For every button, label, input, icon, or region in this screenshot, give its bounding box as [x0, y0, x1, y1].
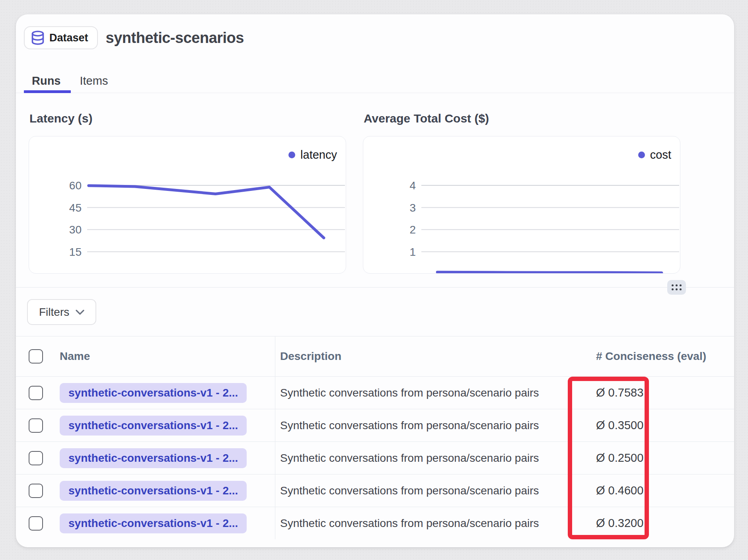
runs-table: Name Description # Conciseness (eval) sy…: [16, 336, 734, 547]
cost-legend: cost: [638, 148, 671, 161]
tab-bar: Runs Items: [16, 69, 734, 93]
row-checkbox[interactable]: [29, 484, 43, 498]
tab-items[interactable]: Items: [80, 69, 108, 93]
latency-legend: latency: [288, 148, 337, 161]
header-checkbox-cell: [16, 349, 60, 364]
svg-text:30: 30: [69, 224, 82, 236]
cost-chart-panel: Average Total Cost ($) 4321 cost: [363, 111, 680, 274]
table-row: synthetic-conversations-v1 - 2... Synthe…: [16, 376, 734, 409]
cost-chart-card: 4321 cost: [363, 136, 680, 274]
svg-text:4: 4: [409, 179, 416, 192]
latency-chart-card: 60453015 latency: [29, 136, 346, 274]
run-description: Synthetic conversations from persona/sce…: [280, 419, 539, 432]
conciseness-value: Ø 0.7583: [596, 386, 643, 399]
select-all-checkbox[interactable]: [29, 349, 43, 364]
cost-legend-dot: [638, 152, 645, 158]
filters-button-label: Filters: [39, 306, 69, 319]
table-row: synthetic-conversations-v1 - 2... Synthe…: [16, 441, 734, 474]
table-row: synthetic-conversations-v1 - 2... Synthe…: [16, 507, 734, 539]
badge-label: Dataset: [49, 32, 88, 44]
header-description-cell: Description: [275, 350, 596, 363]
run-description: Synthetic conversations from persona/sce…: [280, 484, 539, 497]
run-name-link[interactable]: synthetic-conversations-v1 - 2...: [60, 513, 247, 533]
latency-chart-panel: Latency (s) 60453015 latency: [29, 111, 346, 274]
column-header-description: Description: [280, 350, 341, 362]
conciseness-value: Ø 0.2500: [596, 451, 643, 464]
svg-text:1: 1: [409, 246, 416, 258]
column-header-conciseness: # Conciseness (eval): [596, 350, 706, 362]
resize-grip-handle[interactable]: [667, 280, 686, 295]
run-name-link[interactable]: synthetic-conversations-v1 - 2...: [60, 481, 247, 501]
cost-chart-plot: 4321: [363, 136, 680, 274]
conciseness-value: Ø 0.4600: [596, 484, 643, 497]
svg-text:45: 45: [69, 202, 82, 214]
dataset-type-badge: Dataset: [24, 26, 98, 49]
latency-legend-dot: [288, 152, 295, 158]
page: { "header": { "badge_label": "Dataset", …: [0, 0, 748, 560]
database-icon: [31, 31, 45, 45]
filters-bar: Filters: [27, 299, 96, 325]
run-description: Synthetic conversations from persona/sce…: [280, 452, 539, 464]
header-conciseness-cell: # Conciseness (eval): [596, 350, 734, 363]
tab-runs[interactable]: Runs: [32, 69, 61, 93]
cost-chart-title: Average Total Cost ($): [363, 111, 680, 126]
svg-text:60: 60: [69, 179, 82, 192]
run-name-link[interactable]: synthetic-conversations-v1 - 2...: [60, 383, 247, 403]
column-header-name: Name: [60, 350, 90, 363]
grip-dots-icon: [672, 284, 682, 290]
section-divider: [16, 287, 734, 288]
header-name-cell: Name: [60, 336, 275, 376]
filters-button[interactable]: Filters: [27, 299, 96, 325]
conciseness-value: Ø 0.3500: [596, 419, 643, 432]
row-checkbox[interactable]: [29, 386, 43, 400]
row-checkbox[interactable]: [29, 516, 43, 531]
svg-text:3: 3: [409, 202, 416, 214]
svg-text:2: 2: [409, 224, 416, 236]
table-row: synthetic-conversations-v1 - 2... Synthe…: [16, 474, 734, 507]
row-checkbox[interactable]: [29, 418, 43, 433]
conciseness-value: Ø 0.3200: [596, 517, 643, 529]
svg-text:15: 15: [69, 246, 82, 258]
chevron-down-icon: [76, 309, 84, 315]
latency-legend-label: latency: [300, 148, 337, 161]
run-description: Synthetic conversations from persona/sce…: [280, 387, 539, 399]
run-name-link[interactable]: synthetic-conversations-v1 - 2...: [60, 416, 247, 436]
table-header-row: Name Description # Conciseness (eval): [16, 336, 734, 376]
page-title: synthetic-scenarios: [106, 29, 244, 47]
charts-section: Latency (s) 60453015 latency Average Tot…: [29, 111, 680, 274]
run-name-link[interactable]: synthetic-conversations-v1 - 2...: [60, 448, 247, 468]
row-checkbox[interactable]: [29, 451, 43, 465]
dataset-header: Dataset synthetic-scenarios: [24, 26, 244, 49]
cost-legend-label: cost: [650, 148, 671, 161]
table-row: synthetic-conversations-v1 - 2... Synthe…: [16, 409, 734, 441]
run-description: Synthetic conversations from persona/sce…: [280, 517, 539, 529]
dataset-card: Dataset synthetic-scenarios Runs Items L…: [16, 14, 734, 547]
latency-chart-title: Latency (s): [29, 111, 346, 126]
